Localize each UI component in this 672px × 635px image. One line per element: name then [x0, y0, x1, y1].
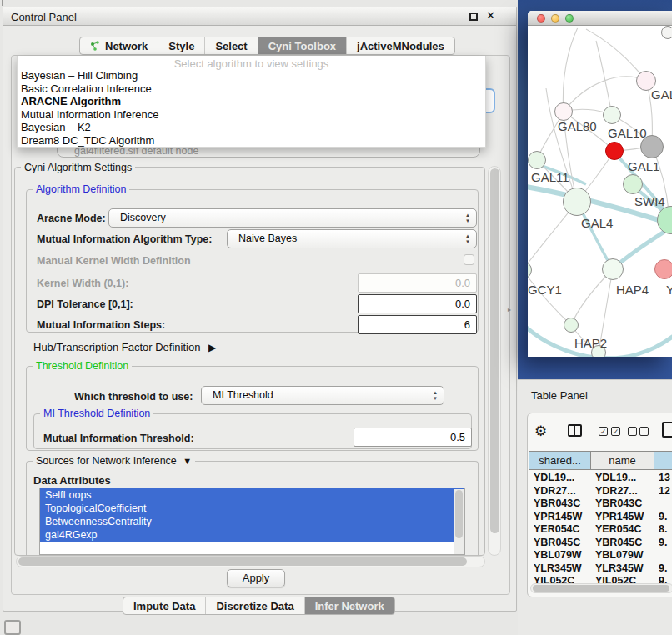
manual-kernel-label: Manual Kernel Width Definition: [37, 255, 191, 267]
table-hscroll-thumb[interactable]: [533, 585, 669, 592]
tab-discretize-data[interactable]: Discretize Data: [205, 598, 303, 614]
close-traffic-light[interactable]: [537, 14, 545, 22]
node-label: HAP2: [574, 336, 607, 350]
settings-group-title: Cyni Algorithm Settings: [21, 162, 135, 173]
unchecked-checkbox-icon[interactable]: [639, 427, 649, 436]
tab-network[interactable]: Network: [80, 38, 158, 54]
collapsed-panel-icon[interactable]: [4, 620, 21, 635]
table-row[interactable]: YBR045C YBR045C 9.: [529, 537, 672, 550]
tab-label: Style: [168, 38, 194, 55]
hscroll-thumb[interactable]: [18, 558, 467, 566]
manual-kernel-checkbox[interactable]: [464, 254, 474, 265]
tab-infer-network[interactable]: Infer Network: [304, 598, 394, 614]
data-attributes-label: Data Attributes: [33, 474, 111, 487]
attribute-item-selected[interactable]: TopologicalCoefficient: [40, 502, 464, 515]
control-panel-tabs: Network Style Select Cyni Toolbox jActiv…: [79, 37, 455, 55]
attribute-item-selected[interactable]: gal4RGexp: [40, 528, 464, 542]
node-label: Y: [666, 282, 672, 297]
close-icon[interactable]: ✕: [486, 9, 495, 22]
network-node[interactable]: [661, 26, 672, 39]
table-panel-title: Table Panel: [531, 389, 588, 402]
hub-definition-label: Hub/Transcription Factor Definition: [33, 341, 200, 353]
network-node-hap4[interactable]: [602, 258, 624, 280]
column-header-partial[interactable]: [654, 451, 672, 470]
checked-checkbox-icon[interactable]: ✓: [599, 427, 608, 436]
gear-icon[interactable]: ⚙: [534, 422, 547, 440]
vscroll-thumb[interactable]: [490, 168, 499, 533]
tab-style[interactable]: Style: [158, 38, 204, 54]
column-header-name[interactable]: name: [591, 451, 654, 470]
dropdown-item[interactable]: Mutual Information Inference: [18, 108, 485, 122]
tab-label: Impute Data: [133, 598, 195, 615]
network-canvas[interactable]: GAL GAL80 GAL10 GAL1 GAL11 SWI4 GAL4 HAP…: [528, 26, 672, 357]
network-node-gal11[interactable]: [528, 151, 546, 169]
settings-horizontal-scrollbar[interactable]: [16, 556, 485, 568]
network-view-window: GAL GAL80 GAL10 GAL1 GAL11 SWI4 GAL4 HAP…: [528, 11, 672, 357]
tab-label: Infer Network: [315, 598, 384, 615]
tab-impute-data[interactable]: Impute Data: [123, 598, 205, 614]
tab-select[interactable]: Select: [204, 38, 257, 54]
table-horizontal-scrollbar[interactable]: [530, 583, 672, 593]
checked-checkbox-icon[interactable]: ✓: [611, 427, 620, 436]
sources-expander[interactable]: Sources for Network Inference ▼: [33, 455, 195, 467]
mi-steps-field[interactable]: 6: [358, 315, 477, 334]
mi-type-combo[interactable]: Naive Bayes ▲▼: [227, 229, 477, 248]
hub-definition-expander[interactable]: Hub/Transcription Factor Definition ▶: [33, 341, 216, 353]
kernel-width-label: Kernel Width (0,1):: [37, 278, 128, 289]
mi-threshold-field[interactable]: 0.5: [354, 428, 472, 447]
network-node-gal10[interactable]: [603, 106, 621, 124]
table-row[interactable]: YPR145W YPR145W 9.: [529, 511, 672, 524]
dropdown-item[interactable]: Bayesian – Hill Climbing: [18, 69, 485, 82]
panel-resize-handle[interactable]: ▸: [508, 306, 511, 313]
aracne-mode-combo[interactable]: Discovery ▲▼: [108, 208, 477, 228]
node-label: GAL4: [581, 216, 613, 230]
attribute-list-scrollbar[interactable]: [454, 489, 464, 555]
network-node-swi4[interactable]: [623, 174, 643, 194]
table-row[interactable]: YDL19... YDL19... 13: [529, 472, 672, 485]
attribute-item-selected[interactable]: SelfLoops: [40, 488, 464, 502]
aracne-mode-value: Discovery: [120, 212, 166, 223]
table-card: ⚙ ✓ ✓ shared... name YDL19... YDL19... 1…: [527, 412, 672, 598]
dropdown-item-selected[interactable]: ARACNE Algorithm: [18, 95, 485, 108]
table-row[interactable]: YBL079W YBL079W: [529, 549, 672, 562]
apply-button[interactable]: Apply: [227, 569, 285, 588]
data-attributes-list: SelfLoops TopologicalCoefficient Between…: [39, 488, 465, 555]
columns-icon[interactable]: [568, 424, 582, 437]
network-node-hap2[interactable]: [564, 318, 579, 332]
mi-steps-label: Mutual Information Steps:: [37, 319, 165, 331]
dropdown-item[interactable]: Basic Correlation Inference: [18, 82, 485, 96]
table-panel: Table Panel ⚙ ✓ ✓ shared... name YDL19..…: [518, 379, 672, 635]
which-threshold-combo[interactable]: MI Threshold ▲▼: [201, 386, 444, 405]
table-row[interactable]: YDR27... YDR27... 12: [529, 485, 672, 498]
node-label: GAL1: [628, 159, 659, 173]
dropdown-item[interactable]: Bayesian – K2: [18, 121, 485, 134]
column-header-shared-name[interactable]: shared...: [529, 451, 591, 470]
attribute-item-selected[interactable]: BetweennessCentrality: [40, 515, 464, 528]
unchecked-checkbox-icon[interactable]: [628, 427, 637, 436]
tab-cyni-toolbox[interactable]: Cyni Toolbox: [258, 38, 346, 54]
network-node-gal80[interactable]: [554, 102, 573, 121]
zoom-traffic-light[interactable]: [565, 14, 574, 22]
mi-type-label: Mutual Information Algorithm Type:: [37, 233, 212, 245]
network-node-selected-red[interactable]: [605, 142, 624, 160]
spinner-icon: ▲▼: [433, 390, 438, 402]
network-node-salmon[interactable]: [654, 259, 672, 279]
tab-jactivemnodules[interactable]: jActiveMNodules: [346, 38, 454, 54]
minimize-traffic-light[interactable]: [551, 14, 559, 22]
settings-vertical-scrollbar[interactable]: [488, 166, 501, 556]
float-panel-icon[interactable]: [469, 12, 478, 21]
document-icon[interactable]: [662, 422, 672, 438]
dpi-tolerance-field[interactable]: 0.0: [358, 294, 477, 313]
table-row[interactable]: YBR043C YBR043C: [529, 498, 672, 511]
table-row[interactable]: YLR345W YLR345W 9.: [529, 562, 672, 576]
node-label: GAL11: [531, 170, 569, 184]
node-label: GAL10: [608, 126, 647, 140]
dropdown-placeholder: Select algorithm to view settings: [18, 56, 485, 69]
table-row[interactable]: YER054C YER054C 8.: [529, 523, 672, 537]
network-icon: [90, 41, 101, 52]
network-window-titlebar: [528, 11, 672, 26]
network-node-gal4[interactable]: [563, 188, 591, 216]
kernel-width-field[interactable]: 0.0: [358, 273, 477, 292]
dropdown-item[interactable]: Dream8 DC_TDC Algorithm: [18, 134, 485, 148]
node-label: GAL: [651, 88, 672, 102]
